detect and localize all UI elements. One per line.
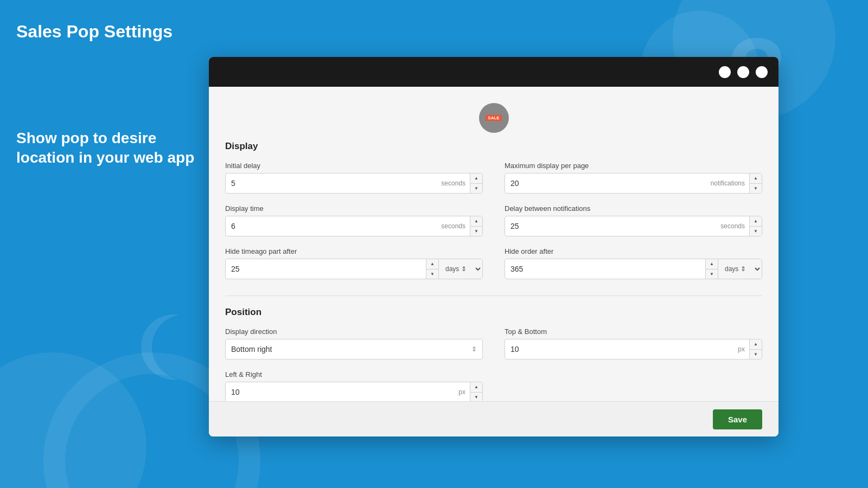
hide-order-input-wrapper: ▲ ▼ days ⇕ hours ⇕ <box>505 259 762 279</box>
display-direction-group: Display direction Bottom right Bottom le… <box>225 328 483 359</box>
bg-decoration <box>152 314 217 380</box>
delay-between-up[interactable]: ▲ <box>750 216 762 227</box>
top-bottom-down[interactable]: ▼ <box>750 350 762 359</box>
hide-order-up[interactable]: ▲ <box>706 259 718 269</box>
settings-content: SALE Display Initial delay seconds ▲ ▼ <box>209 87 778 401</box>
hide-timeago-spinners: ▲ ▼ <box>426 259 438 279</box>
left-right-input[interactable] <box>226 388 454 396</box>
section-divider <box>225 296 762 296</box>
initial-delay-label: Initial delay <box>225 162 483 170</box>
display-time-input-wrapper: seconds ▲ ▼ <box>225 216 483 236</box>
display-direction-select[interactable]: Bottom right Bottom left Top right Top l… <box>226 345 466 354</box>
popup-icon-area: SALE <box>225 98 762 133</box>
save-button[interactable]: Save <box>713 409 762 429</box>
display-form-grid: Initial delay seconds ▲ ▼ Maximum displa… <box>225 162 762 279</box>
delay-between-label: Delay between notifications <box>505 204 762 213</box>
browser-btn-3[interactable] <box>756 66 768 78</box>
position-section-title: Position <box>225 307 762 318</box>
hide-order-group: Hide order after ▲ ▼ days ⇕ hours ⇕ <box>505 247 762 279</box>
left-right-input-wrapper: px ▲ ▼ <box>225 382 483 401</box>
max-display-input-wrapper: notifications ▲ ▼ <box>505 173 762 194</box>
page-title: Sales Pop Settings <box>16 22 217 42</box>
max-display-up[interactable]: ▲ <box>750 174 762 184</box>
top-bottom-suffix: px <box>733 345 749 353</box>
display-section: Display Initial delay seconds ▲ ▼ <box>225 141 762 401</box>
top-bottom-group: Top & Bottom px ▲ ▼ <box>505 328 762 359</box>
initial-delay-input-wrapper: seconds ▲ ▼ <box>225 173 483 194</box>
left-right-label: Left & Right <box>225 370 483 378</box>
display-time-suffix: seconds <box>437 222 470 230</box>
hide-timeago-label: Hide timeago part after <box>225 247 483 255</box>
position-form-grid: Display direction Bottom right Bottom le… <box>225 328 762 401</box>
initial-delay-suffix: seconds <box>437 179 470 187</box>
initial-delay-spinners: ▲ ▼ <box>470 174 482 193</box>
initial-delay-input[interactable] <box>226 179 437 188</box>
hide-timeago-unit-select[interactable]: days ⇕ hours ⇕ <box>438 259 482 279</box>
left-right-group: Left & Right px ▲ ▼ <box>225 370 483 401</box>
position-section: Position Display direction Bottom right … <box>225 307 762 401</box>
hide-order-input[interactable] <box>505 265 705 273</box>
left-panel: Sales Pop Settings Show pop to desire lo… <box>16 22 217 168</box>
top-bottom-input-wrapper: px ▲ ▼ <box>505 339 762 359</box>
hide-timeago-up[interactable]: ▲ <box>426 259 438 269</box>
hide-order-spinners: ▲ ▼ <box>705 259 718 279</box>
max-display-suffix: notifications <box>706 179 749 187</box>
display-time-down[interactable]: ▼ <box>470 227 482 236</box>
top-bottom-label: Top & Bottom <box>505 328 762 336</box>
sale-badge: SALE <box>486 115 501 121</box>
display-time-up[interactable]: ▲ <box>470 216 482 227</box>
hide-timeago-input-wrapper: ▲ ▼ days ⇕ hours ⇕ <box>225 259 483 279</box>
delay-between-down[interactable]: ▼ <box>750 227 762 236</box>
delay-between-input[interactable] <box>505 222 716 230</box>
browser-titlebar <box>209 57 778 87</box>
max-display-group: Maximum display per page notifications ▲… <box>505 162 762 194</box>
hide-timeago-input[interactable] <box>226 265 426 273</box>
max-display-input[interactable] <box>505 179 706 188</box>
display-direction-label: Display direction <box>225 328 483 336</box>
display-time-group: Display time seconds ▲ ▼ <box>225 204 483 236</box>
delay-between-input-wrapper: seconds ▲ ▼ <box>505 216 762 236</box>
delay-between-suffix: seconds <box>716 222 749 230</box>
delay-between-spinners: ▲ ▼ <box>749 216 762 236</box>
display-time-spinners: ▲ ▼ <box>470 216 482 236</box>
delay-between-group: Delay between notifications seconds ▲ ▼ <box>505 204 762 236</box>
display-time-input[interactable] <box>226 222 437 230</box>
hide-timeago-down[interactable]: ▼ <box>426 269 438 279</box>
left-right-up[interactable]: ▲ <box>470 382 482 393</box>
display-section-title: Display <box>225 141 762 152</box>
left-right-down[interactable]: ▼ <box>470 393 482 402</box>
display-direction-arrow: ⇕ <box>466 345 482 353</box>
display-time-label: Display time <box>225 204 483 213</box>
hide-order-down[interactable]: ▼ <box>706 269 718 279</box>
initial-delay-up[interactable]: ▲ <box>470 174 482 184</box>
browser-btn-2[interactable] <box>737 66 749 78</box>
top-bottom-input[interactable] <box>505 345 733 354</box>
top-bottom-up[interactable]: ▲ <box>750 339 762 350</box>
initial-delay-group: Initial delay seconds ▲ ▼ <box>225 162 483 194</box>
max-display-label: Maximum display per page <box>505 162 762 170</box>
browser-footer: Save <box>209 401 778 436</box>
browser-btn-1[interactable] <box>719 66 731 78</box>
hide-order-label: Hide order after <box>505 247 762 255</box>
max-display-down[interactable]: ▼ <box>750 184 762 194</box>
display-direction-select-wrapper: Bottom right Bottom left Top right Top l… <box>225 339 483 359</box>
top-bottom-spinners: ▲ ▼ <box>749 339 762 359</box>
hide-timeago-group: Hide timeago part after ▲ ▼ days ⇕ hours… <box>225 247 483 279</box>
max-display-spinners: ▲ ▼ <box>749 174 762 193</box>
left-right-spinners: ▲ ▼ <box>470 382 482 401</box>
initial-delay-down[interactable]: ▼ <box>470 184 482 194</box>
left-right-suffix: px <box>454 388 470 396</box>
popup-icon: SALE <box>479 103 509 133</box>
feature-description: Show pop to desire location in your web … <box>16 129 217 168</box>
browser-window: SALE Display Initial delay seconds ▲ ▼ <box>209 57 778 436</box>
hide-order-unit-select[interactable]: days ⇕ hours ⇕ <box>718 259 762 279</box>
